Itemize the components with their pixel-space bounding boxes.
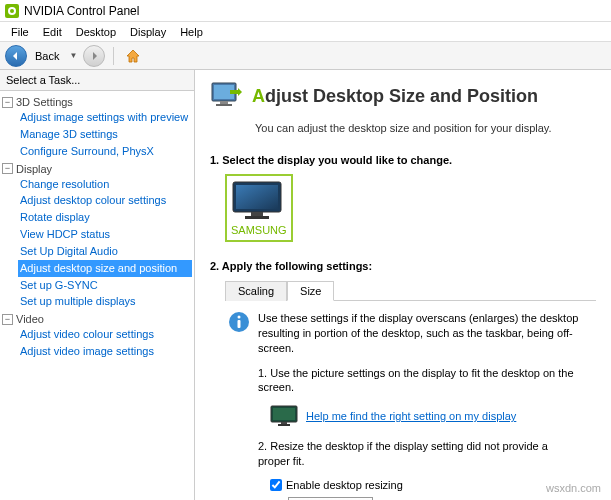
tree-item-desktop-colour[interactable]: Adjust desktop colour settings <box>18 192 192 209</box>
svg-rect-7 <box>236 185 278 209</box>
section2-title: 2. Apply the following settings: <box>210 260 596 272</box>
tree-item-surround-physx[interactable]: Configure Surround, PhysX <box>18 143 192 160</box>
help-link[interactable]: Help me find the right setting on my dis… <box>306 410 516 422</box>
tree-item-gsync[interactable]: Set up G-SYNC <box>18 277 192 294</box>
menu-desktop[interactable]: Desktop <box>70 24 122 40</box>
tree-group-display: − Display Change resolution Adjust deskt… <box>2 162 192 311</box>
menu-help[interactable]: Help <box>174 24 209 40</box>
menu-display[interactable]: Display <box>124 24 172 40</box>
info-icon <box>228 311 250 333</box>
menu-file[interactable]: File <box>5 24 35 40</box>
tree-item-rotate-display[interactable]: Rotate display <box>18 209 192 226</box>
page-description: You can adjust the desktop size and posi… <box>255 122 596 134</box>
tree-item-video-colour[interactable]: Adjust video colour settings <box>18 326 192 343</box>
tree-group-header[interactable]: − Video <box>2 312 192 326</box>
display-label: SAMSUNG <box>231 224 287 236</box>
enable-resizing-checkbox[interactable] <box>270 479 282 491</box>
tree-item-manage-3d[interactable]: Manage 3D settings <box>18 126 192 143</box>
tree-item-desktop-size-position[interactable]: Adjust desktop size and position <box>18 260 192 277</box>
toolbar: Back ▼ <box>0 42 611 70</box>
svg-rect-16 <box>278 424 290 426</box>
back-button[interactable] <box>5 45 27 67</box>
tree-item-change-resolution[interactable]: Change resolution <box>18 176 192 193</box>
step-2-text: 2. Resize the desktop if the display set… <box>258 439 581 469</box>
sidebar-header: Select a Task... <box>0 70 194 91</box>
svg-rect-5 <box>216 104 232 106</box>
monitor-small-icon <box>270 405 298 427</box>
section1-title: 1. Select the display you would like to … <box>210 154 596 166</box>
toolbar-divider <box>113 47 114 65</box>
svg-rect-9 <box>245 216 269 219</box>
monitor-icon <box>210 80 242 112</box>
svg-point-11 <box>238 316 241 319</box>
sidebar: Select a Task... − 3D Settings Adjust im… <box>0 70 195 500</box>
svg-rect-14 <box>273 408 295 420</box>
menu-edit[interactable]: Edit <box>37 24 68 40</box>
tree-group-3d-settings: − 3D Settings Adjust image settings with… <box>2 95 192 160</box>
info-text: Use these settings if the display oversc… <box>258 311 581 356</box>
page-title: Adjust Desktop Size and Position <box>252 86 538 107</box>
display-selector[interactable]: SAMSUNG <box>225 174 293 242</box>
settings-tabs: Scaling Size <box>225 280 596 301</box>
tree-item-adjust-image-preview[interactable]: Adjust image settings with preview <box>18 109 192 126</box>
tree-group-video: − Video Adjust video colour settings Adj… <box>2 312 192 360</box>
collapse-icon[interactable]: − <box>2 314 13 325</box>
tree-item-multiple-displays[interactable]: Set up multiple displays <box>18 293 192 310</box>
svg-rect-4 <box>220 101 228 104</box>
tree-group-header[interactable]: − 3D Settings <box>2 95 192 109</box>
monitor-thumbnail-icon <box>231 180 283 222</box>
tree-item-hdcp-status[interactable]: View HDCP status <box>18 226 192 243</box>
back-label: Back <box>35 50 59 62</box>
main-panel: Adjust Desktop Size and Position You can… <box>195 70 611 500</box>
app-icon <box>5 4 19 18</box>
svg-point-1 <box>10 9 14 13</box>
checkbox-label: Enable desktop resizing <box>286 479 403 491</box>
forward-button[interactable] <box>83 45 105 67</box>
step-1-text: 1. Use the picture settings on the displ… <box>258 366 581 396</box>
tab-scaling[interactable]: Scaling <box>225 281 287 301</box>
title-bar: NVIDIA Control Panel <box>0 0 611 22</box>
svg-rect-12 <box>238 320 241 328</box>
tree-item-digital-audio[interactable]: Set Up Digital Audio <box>18 243 192 260</box>
collapse-icon[interactable]: − <box>2 163 13 174</box>
svg-rect-8 <box>251 212 263 216</box>
watermark: wsxdn.com <box>546 482 601 494</box>
tab-size-content: Use these settings if the display oversc… <box>210 301 596 500</box>
back-dropdown-icon[interactable]: ▼ <box>67 51 79 60</box>
task-tree: − 3D Settings Adjust image settings with… <box>0 91 194 366</box>
svg-rect-15 <box>281 422 287 424</box>
tree-group-header[interactable]: − Display <box>2 162 192 176</box>
window-title: NVIDIA Control Panel <box>24 4 139 18</box>
tab-size[interactable]: Size <box>287 281 334 301</box>
tree-item-video-image[interactable]: Adjust video image settings <box>18 343 192 360</box>
menu-bar: File Edit Desktop Display Help <box>0 22 611 42</box>
home-button[interactable] <box>122 45 144 67</box>
collapse-icon[interactable]: − <box>2 97 13 108</box>
